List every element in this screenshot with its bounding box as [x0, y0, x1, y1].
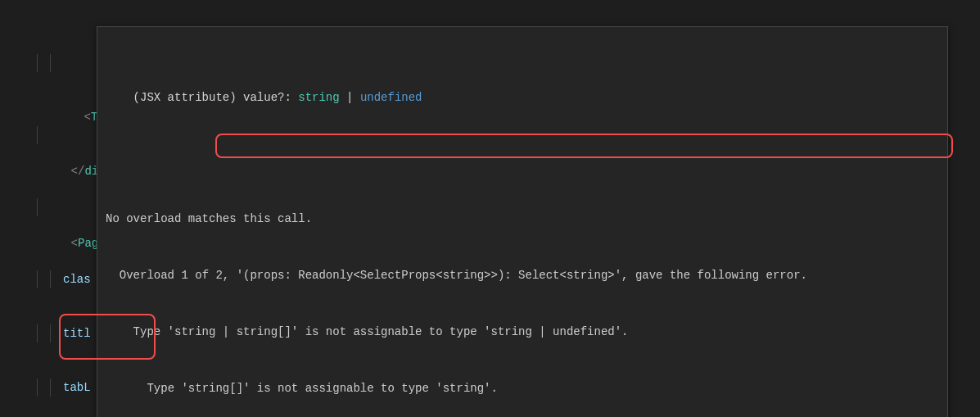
sig-pipe: | [340, 91, 360, 104]
sig-type: undefined [360, 91, 422, 104]
error-message: No overload matches this call. [106, 210, 939, 229]
sig-prefix: (JSX attribute) [133, 91, 243, 104]
hover-tooltip[interactable]: (JSX attribute) value?: string | undefin… [97, 26, 948, 417]
jsx-attr: titl [63, 327, 91, 340]
sig-type: string [298, 91, 339, 104]
annotation-box-icon [215, 134, 953, 158]
tag-bracket: < [84, 111, 91, 124]
jsx-attr: tabL [63, 381, 91, 394]
error-message: Type 'string | string[]' is not assignab… [106, 323, 939, 342]
jsx-attr: clas [63, 273, 91, 286]
sig-opt: ?: [278, 91, 298, 104]
error-message: Type 'string[]' is not assignable to typ… [106, 379, 939, 398]
error-message: Overload 1 of 2, '(props: Readonly<Selec… [106, 266, 939, 285]
tag-bracket: < [71, 237, 78, 250]
hover-signature: (JSX attribute) value?: string | undefin… [106, 70, 939, 126]
tag-bracket: </ [71, 165, 85, 178]
sig-name: value [243, 91, 278, 104]
